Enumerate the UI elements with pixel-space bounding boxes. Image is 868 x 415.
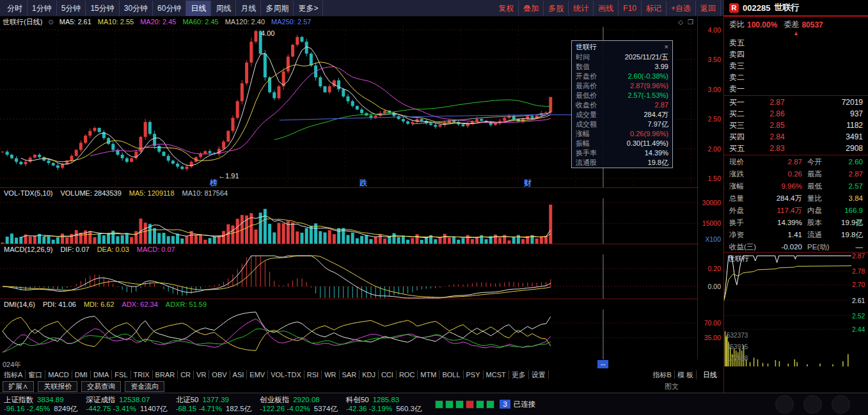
indicator-tab[interactable]: BOLL — [439, 370, 463, 379]
bid-row[interactable]: 买一2.8772019 — [724, 97, 868, 108]
chart-header-icon[interactable]: ❐ — [688, 19, 693, 26]
menu-item[interactable]: 复权 — [494, 1, 519, 16]
indicator-tab[interactable]: 窗口 — [26, 370, 45, 379]
indicator-tab[interactable]: VR — [194, 370, 209, 379]
indicator-tab[interactable]: ASI — [230, 370, 248, 379]
menu-item[interactable]: 5分钟 — [57, 1, 86, 16]
indicator-tab[interactable]: CCI — [379, 370, 397, 379]
bid-row[interactable]: 买二2.86937 — [724, 108, 868, 120]
menu-item[interactable]: 多股 — [544, 1, 569, 16]
dmi-chart[interactable] — [0, 309, 698, 359]
indicator-tab[interactable]: 设置 — [529, 370, 549, 379]
menu-item[interactable]: 1分钟 — [28, 1, 57, 16]
menu-item[interactable]: 周线 — [211, 1, 236, 16]
indicator-tab[interactable]: KDJ — [359, 370, 379, 379]
indicator-tab[interactable]: PSY — [464, 370, 484, 379]
chart-header-icon[interactable]: ◇ — [678, 19, 683, 26]
menu-item[interactable]: 日线 — [186, 1, 211, 16]
macd-chart[interactable] — [0, 254, 698, 299]
tooltip-row-label: 涨幅 — [576, 129, 590, 139]
indicator-tab[interactable]: DMA — [91, 370, 112, 379]
ask-row[interactable]: 卖三 — [724, 60, 868, 72]
bid-row[interactable]: 买三2.851182 — [724, 120, 868, 131]
eye-icon[interactable]: ⊙ — [48, 19, 53, 26]
volume-panel[interactable] — [0, 198, 698, 244]
bottom-tab[interactable]: 交易查询 — [81, 381, 121, 392]
menu-item[interactable]: 叠加 — [519, 1, 544, 16]
index-quote[interactable]: 科创501285.83-42.36 -3.19%560.3亿 — [346, 395, 422, 413]
bottom-tab[interactable]: 资金流向 — [125, 381, 164, 392]
ask-row[interactable]: 卖四 — [724, 49, 868, 60]
tooltip-row-value: 7.97亿 — [648, 120, 668, 129]
indicator-tab[interactable]: TRIX — [131, 370, 153, 379]
close-icon[interactable]: × — [665, 43, 668, 51]
period-label[interactable]: 日线 — [697, 370, 723, 380]
indicator-tab[interactable]: EMV — [247, 370, 268, 379]
main-candle-panel[interactable]: 4.00←1.91榜跌财 世联行 × 时间2025/11/21/五数值3.99开… — [0, 27, 698, 188]
indicator-value-label: DMI(14,6) — [4, 301, 35, 308]
menu-item[interactable]: 画线 — [594, 1, 619, 16]
menu-item[interactable]: 标记 — [642, 1, 667, 16]
indicator-tab[interactable]: WR — [322, 370, 339, 379]
indicator-tab[interactable]: CR — [178, 370, 194, 379]
connection-count-badge[interactable]: 3 — [500, 400, 510, 409]
ask-price — [756, 37, 798, 49]
mini-axis-tick: 2.87 — [852, 252, 865, 260]
menu-item[interactable]: +自选 — [667, 1, 696, 16]
ask-label: 卖二 — [729, 72, 756, 83]
bottom-tab[interactable]: 扩展∧ — [3, 381, 34, 392]
menu-item[interactable]: 分时 — [3, 1, 28, 16]
axis-tick: 1.50 — [708, 175, 721, 182]
indicator-tab[interactable]: DMI — [72, 370, 91, 379]
menu-item[interactable]: 15分钟 — [86, 1, 119, 16]
index-name: 科创50 — [346, 396, 369, 403]
indicator-tab[interactable]: MACD — [45, 370, 72, 379]
graphic-mode-label[interactable]: 图文 — [665, 382, 679, 391]
ask-levels: 卖五卖四卖三卖二卖一 — [724, 37, 868, 95]
index-amount: 11407亿 — [140, 405, 168, 412]
menu-item[interactable]: 月线 — [236, 1, 261, 16]
stat-value: 0.26 — [765, 168, 802, 180]
menu-item[interactable]: 60分钟 — [153, 1, 186, 16]
indicator-tab[interactable]: OBV — [209, 370, 230, 379]
index-quote[interactable]: 北证501377.39-68.15 -4.71%182.5亿 — [176, 395, 252, 413]
indicator-tab[interactable]: SAR — [340, 370, 360, 379]
mini-intraday-chart[interactable] — [724, 253, 851, 370]
menu-item[interactable]: 返回 — [696, 1, 721, 16]
menu-item[interactable]: F10 — [619, 1, 642, 16]
macd-panel[interactable] — [0, 254, 698, 299]
menu-item[interactable]: 多周期 — [261, 1, 294, 16]
market-indices: 上证指数3834.89-96.16 -2.45%8249亿深证成指12538.0… — [4, 395, 430, 413]
bottom-tab[interactable]: 关联报价 — [38, 381, 77, 392]
overlay-icon — [803, 395, 822, 414]
indicator-tab[interactable]: MTM — [418, 370, 439, 379]
dmi-panel[interactable] — [0, 309, 698, 359]
cursor-position-box[interactable]: -- — [597, 360, 608, 368]
index-quote[interactable]: 深证成指12538.07-442.75 -3.41%11407亿 — [86, 395, 167, 413]
ask-row[interactable]: 卖二 — [724, 72, 868, 83]
indicator-tab[interactable]: 模 板 — [675, 370, 697, 379]
ask-row[interactable]: 卖一 — [724, 83, 868, 95]
index-quote[interactable]: 创业板指2920.08-122.26 -4.02%5374亿 — [260, 395, 338, 413]
indicator-tab[interactable]: VOL-TDX — [268, 370, 304, 379]
menu-item[interactable]: 30分钟 — [120, 1, 153, 16]
index-line2: -42.36 -3.19%560.3亿 — [346, 404, 422, 413]
bid-row[interactable]: 买四2.843491 — [724, 131, 868, 143]
menu-item[interactable]: 更多> — [294, 1, 323, 16]
volume-chart[interactable] — [0, 198, 698, 244]
indicator-tab[interactable]: BRAR — [153, 370, 178, 379]
menu-item[interactable]: 统计 — [569, 1, 594, 16]
indicator-tab[interactable]: FSL — [112, 370, 130, 379]
indicator-tab[interactable]: RSI — [304, 370, 322, 379]
indicator-tab[interactable]: MCST — [484, 370, 509, 379]
index-name: 深证成指 — [86, 396, 115, 403]
index-quote[interactable]: 上证指数3834.89-96.16 -2.45%8249亿 — [4, 395, 77, 413]
indicator-tab[interactable]: 指标A — [1, 370, 26, 379]
bid-row[interactable]: 买五2.832908 — [724, 143, 868, 154]
bid-levels: 买一2.8772019买二2.86937买三2.851182买四2.843491… — [724, 97, 868, 154]
ask-row[interactable]: 卖五 — [724, 37, 868, 49]
index-value: 3834.89 — [37, 396, 64, 403]
indicator-tab[interactable]: 指标B — [651, 370, 675, 379]
indicator-tab[interactable]: 更多 — [509, 370, 529, 379]
indicator-tab[interactable]: ROC — [397, 370, 418, 379]
